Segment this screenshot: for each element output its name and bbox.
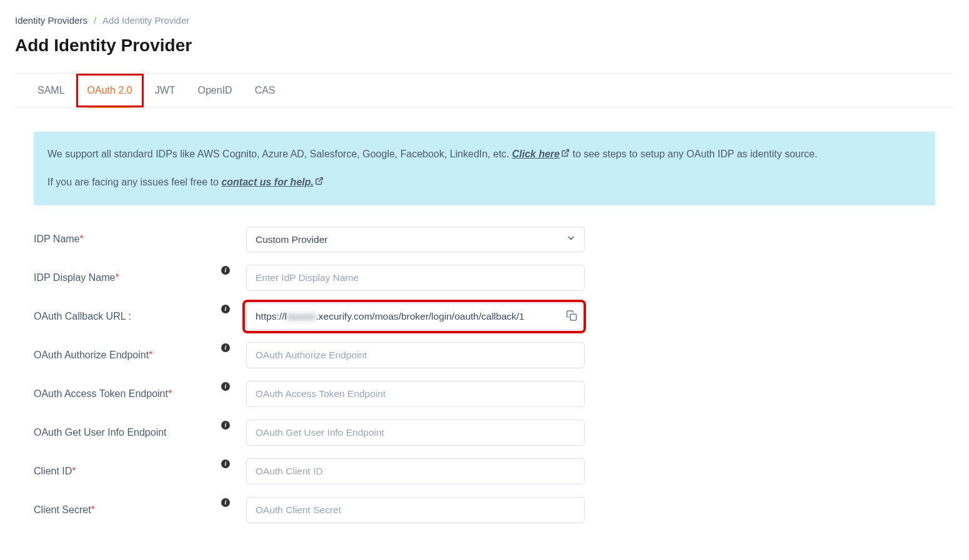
- info-box-line-2: If you are facing any issues feel free t…: [47, 174, 922, 192]
- authorize-endpoint-input[interactable]: [246, 342, 585, 368]
- form-row-idp-name: IDP Name* Custom Provider: [34, 227, 935, 252]
- form-row-callback-url: OAuth Callback URL : i https://lxxxxxx.x…: [34, 303, 935, 330]
- breadcrumb: Identity Providers / Add Identity Provid…: [15, 15, 954, 26]
- breadcrumb-separator: /: [94, 15, 96, 26]
- info-text-prefix-1: We support all standard IDPs like AWS Co…: [47, 149, 512, 159]
- tab-oauth[interactable]: OAuth 2.0: [76, 74, 144, 107]
- info-icon[interactable]: i: [221, 343, 230, 352]
- label-callback-url: OAuth Callback URL :: [34, 311, 221, 322]
- external-link-icon: [315, 177, 324, 185]
- label-user-info-endpoint: OAuth Get User Info Endpoint: [34, 427, 221, 438]
- info-icon[interactable]: i: [221, 421, 230, 430]
- external-link-icon: [561, 149, 570, 157]
- form-row-client-secret: Client Secret* i: [34, 497, 935, 523]
- label-client-secret: Client Secret*: [34, 504, 221, 516]
- tab-cas[interactable]: CAS: [244, 74, 287, 107]
- contact-us-link[interactable]: contact us for help.: [221, 177, 324, 187]
- access-token-endpoint-input[interactable]: [246, 381, 585, 407]
- idp-name-select[interactable]: Custom Provider: [246, 227, 585, 252]
- label-idp-display-name: IDP Display Name*: [34, 272, 221, 283]
- info-text-prefix-2: If you are facing any issues feel free t…: [47, 177, 221, 187]
- tab-jwt[interactable]: JWT: [144, 74, 187, 107]
- copy-icon[interactable]: [566, 310, 577, 323]
- breadcrumb-current: Add Identity Provider: [102, 15, 189, 26]
- form-row-idp-display-name: IDP Display Name* i: [34, 265, 935, 291]
- info-box-line-1: We support all standard IDPs like AWS Co…: [47, 145, 922, 164]
- label-access-token-endpoint: OAuth Access Token Endpoint*: [34, 388, 221, 400]
- form-row-user-info-endpoint: OAuth Get User Info Endpoint i: [34, 420, 935, 446]
- required-marker: *: [91, 504, 95, 515]
- required-marker: *: [72, 466, 76, 476]
- form-row-authorize-endpoint: OAuth Authorize Endpoint* i: [34, 342, 935, 368]
- label-authorize-endpoint: OAuth Authorize Endpoint*: [34, 350, 221, 361]
- required-marker: *: [115, 272, 119, 283]
- form-row-client-id: Client ID* i: [34, 458, 935, 484]
- required-marker: *: [149, 350, 152, 360]
- breadcrumb-root-link[interactable]: Identity Providers: [15, 15, 87, 26]
- info-box: We support all standard IDPs like AWS Co…: [34, 132, 935, 205]
- client-id-input[interactable]: [246, 458, 585, 484]
- svg-line-0: [565, 150, 569, 154]
- form-row-access-token-endpoint: OAuth Access Token Endpoint* i: [34, 381, 935, 407]
- label-client-id: Client ID*: [34, 466, 221, 477]
- tabs-bar: SAML OAuth 2.0 JWT OpenID CAS: [15, 74, 954, 108]
- info-icon[interactable]: i: [221, 305, 230, 313]
- required-marker: *: [80, 233, 84, 244]
- svg-line-1: [319, 178, 322, 182]
- label-idp-name: IDP Name*: [34, 233, 221, 245]
- info-text-suffix-1: to see steps to setup any OAuth IDP as i…: [570, 149, 817, 159]
- click-here-link[interactable]: Click here: [512, 149, 570, 159]
- idp-display-name-input[interactable]: [246, 265, 585, 291]
- required-marker: *: [168, 388, 172, 399]
- info-icon[interactable]: i: [221, 498, 230, 507]
- callback-url-field: https://lxxxxxx.xecurify.com/moas/broker…: [246, 303, 582, 330]
- user-info-endpoint-input[interactable]: [246, 420, 585, 446]
- tab-openid[interactable]: OpenID: [187, 74, 244, 107]
- svg-rect-2: [570, 314, 577, 320]
- client-secret-input[interactable]: [246, 497, 585, 523]
- tab-saml[interactable]: SAML: [26, 74, 76, 107]
- page-title: Add Identity Provider: [15, 36, 954, 56]
- info-icon[interactable]: i: [221, 459, 230, 468]
- oauth-form: IDP Name* Custom Provider IDP Display Na…: [15, 227, 954, 523]
- info-icon[interactable]: i: [221, 266, 230, 275]
- info-icon[interactable]: i: [221, 382, 230, 391]
